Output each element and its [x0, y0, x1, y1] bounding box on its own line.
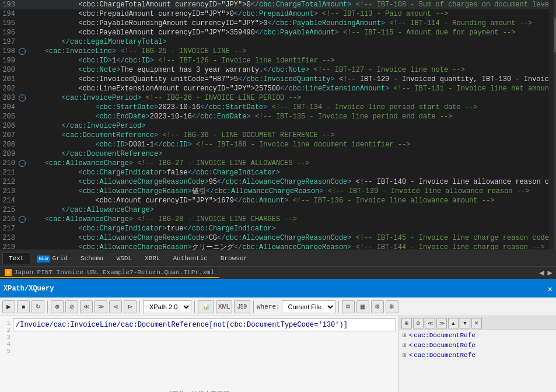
- collapse-button[interactable]: −: [19, 216, 26, 223]
- line-gutter[interactable]: −: [18, 160, 28, 167]
- btn2[interactable]: ⊘: [65, 300, 78, 313]
- line-number: 216: [0, 215, 18, 224]
- settings-btn3[interactable]: ⚙: [371, 300, 384, 313]
- editor-tab-wsdl[interactable]: WSDL: [110, 253, 138, 264]
- line-number: 204: [0, 103, 18, 112]
- code-text: <cac:AllowanceCharge> <!-- IBG-28 - INVO…: [28, 215, 297, 224]
- btn5[interactable]: ⊲: [109, 300, 122, 313]
- where-label: Where:: [257, 303, 280, 310]
- results-btn4[interactable]: ≫: [436, 318, 447, 328]
- code-line: 197 </cac:LegalMonetaryTotal>: [0, 37, 549, 47]
- editor-tab-schema[interactable]: Schema: [74, 253, 110, 264]
- code-line: 199 <cbc:ID>1</cbc:ID> <!-- IBT-126 - In…: [0, 56, 549, 65]
- xpath-results-panel: ⊕ ⊘ ≪ ≫ ▲ ▼ ✕ ⊞ <cac:DocumentRefe⊞ <cac:…: [398, 316, 556, 392]
- btn1[interactable]: ⊕: [51, 300, 64, 313]
- code-line: 202 <cbc:LineExtensionAmount currencyID=…: [0, 84, 549, 93]
- vertical-scrollbar[interactable]: [549, 0, 556, 250]
- line-gutter[interactable]: −: [18, 94, 28, 102]
- xpath-line-num2: 2: [2, 327, 11, 334]
- file-tab[interactable]: XJapan PINT Invoice UBL Example9-SumInv1…: [0, 277, 219, 279]
- step-button[interactable]: ↻: [32, 300, 44, 313]
- xpath-content-area: 1 2 3 4 5 ©三分一技術士事務所 ⊕ ⊘ ≪ ≫ ▲: [0, 316, 556, 392]
- btn3[interactable]: ≪: [80, 300, 93, 313]
- file-tab[interactable]: XJapan PINT Invoice UBL Example7-Return.…: [0, 268, 219, 277]
- result-tag-name: <: [409, 352, 413, 359]
- results-btn7[interactable]: ✕: [471, 318, 482, 328]
- code-text: <cbc:PayableAmount currencyID="JPY">3594…: [28, 28, 515, 37]
- settings-btn4[interactable]: ⚙: [386, 300, 398, 313]
- file-nav: ◀ ▶: [538, 268, 556, 278]
- xpath-line-num5: 5: [2, 348, 11, 355]
- xpath-result-item[interactable]: ⊞ <cac:DocumentRefe: [399, 350, 556, 360]
- file-nav-next[interactable]: ▶: [547, 268, 554, 278]
- xpath-result-item[interactable]: ⊞ <cac:DocumentRefe: [399, 340, 556, 350]
- run-button[interactable]: ▶: [2, 300, 15, 313]
- line-number: 206: [0, 121, 18, 131]
- collapse-button[interactable]: −: [19, 160, 26, 167]
- expand-icon[interactable]: ⊞: [403, 341, 407, 349]
- editor-tab-xbrl[interactable]: XBRL: [138, 253, 166, 264]
- j59-btn[interactable]: J59: [234, 300, 250, 313]
- btn6[interactable]: ⊳: [124, 300, 137, 313]
- line-number: 213: [0, 187, 18, 196]
- code-text: </cac:InvoicePeriod>: [28, 121, 146, 131]
- code-text: <cbc:PrepaidAmount currencyID="JPY">0</c…: [28, 9, 448, 19]
- code-line: 213 <cbc:AllowanceChargeReason>値引</cbc:A…: [0, 187, 549, 196]
- expand-icon[interactable]: ⊞: [403, 351, 407, 359]
- results-btn1[interactable]: ⊕: [401, 318, 412, 328]
- editor-tab-grid[interactable]: NEWGrid: [30, 253, 74, 264]
- line-number: 193: [0, 0, 18, 9]
- code-line: 208 <cbc:ID>D001-1</cbc:ID> <!-- IBT-188…: [0, 140, 549, 149]
- code-line: 193 <cbc:ChargeTotalAmount currencyID="J…: [0, 0, 549, 9]
- code-line: 194 <cbc:PrepaidAmount currencyID="JPY">…: [0, 9, 549, 19]
- line-gutter[interactable]: −: [18, 216, 28, 223]
- xpath-result-item[interactable]: ⊞ <cac:DocumentRefe: [399, 330, 556, 340]
- expand-icon[interactable]: ⊞: [403, 331, 407, 339]
- stop-button[interactable]: ■: [17, 300, 30, 313]
- code-line: 206 </cac:InvoicePeriod>: [0, 121, 549, 131]
- settings-btn1[interactable]: ⚙: [342, 300, 355, 313]
- xpath-close-button[interactable]: ✕: [548, 284, 552, 294]
- xml-btn[interactable]: XML: [216, 300, 232, 313]
- results-btn3[interactable]: ≪: [425, 318, 435, 328]
- xpath-query-input[interactable]: [13, 318, 396, 331]
- line-number: 194: [0, 9, 18, 19]
- code-line: 212 <cbc:AllowanceChargeReasonCode>95</c…: [0, 177, 549, 187]
- results-btn6[interactable]: ▼: [460, 318, 470, 328]
- xpath-version-selector[interactable]: XPath 2.0: [143, 300, 191, 313]
- file-tabs: XJapan PINT Invoice UBL Example6-CorrInv…: [0, 266, 556, 279]
- line-number: 212: [0, 177, 18, 187]
- xpath-line-num3: 3: [2, 334, 11, 341]
- code-text: <cbc:AllowanceChargeReason>値引</cbc:Allow…: [28, 187, 529, 196]
- file-nav-prev[interactable]: ◀: [538, 268, 545, 278]
- editor-tab-authentic[interactable]: Authentic: [166, 253, 214, 264]
- line-number: 209: [0, 149, 18, 159]
- code-line: 195 <cbc:PayableRoundingAmount currencyI…: [0, 19, 549, 28]
- xpath-title: XPath/XQuery: [4, 285, 54, 293]
- btn4[interactable]: ≫: [95, 300, 107, 313]
- settings-btn2[interactable]: ▦: [356, 300, 369, 313]
- code-text: <cbc:LineExtensionAmount currencyID="JPY…: [28, 84, 549, 93]
- code-text: </cac:DocumentReference>: [28, 149, 162, 159]
- code-text: <cac:DocumentReference> <!-- IBG-36 - LI…: [28, 131, 335, 140]
- collapse-button[interactable]: −: [19, 48, 26, 55]
- editor-tab-browser[interactable]: Browser: [214, 253, 254, 264]
- collapse-button[interactable]: −: [19, 94, 26, 102]
- code-text: <cac:AllowanceCharge> <!-- IBG-27 - INVO…: [28, 159, 310, 168]
- line-number: 198: [0, 47, 18, 56]
- code-line: 209 </cac:DocumentReference>: [0, 149, 549, 159]
- code-text: </cac:LegalMonetaryTotal>: [28, 37, 167, 47]
- line-gutter[interactable]: −: [18, 48, 28, 55]
- result-tag: cac:DocumentRefe: [414, 352, 475, 359]
- code-text: <cbc:AllowanceChargeReasonCode>CG</cbc:A…: [28, 233, 549, 243]
- results-btn2[interactable]: ⊘: [413, 318, 424, 328]
- code-text: <cbc:ID>D001-1</cbc:ID> <!-- IBT-188 - I…: [28, 140, 410, 149]
- editor-tab-text[interactable]: Text: [2, 253, 30, 264]
- code-text: <cbc:EndDate>2023-10-16</cbc:EndDate> <!…: [28, 112, 452, 121]
- graph-btn[interactable]: 📊: [198, 300, 214, 313]
- xpath-results-toolbar: ⊕ ⊘ ≪ ≫ ▲ ▼ ✕: [399, 316, 556, 330]
- results-btn5[interactable]: ▲: [448, 318, 459, 328]
- where-selector[interactable]: Current File: [282, 300, 335, 313]
- editor-tabs: TextNEWGridSchemaWSDLXBRLAuthenticBrowse…: [0, 250, 556, 266]
- result-tag: cac:DocumentRefe: [414, 342, 475, 349]
